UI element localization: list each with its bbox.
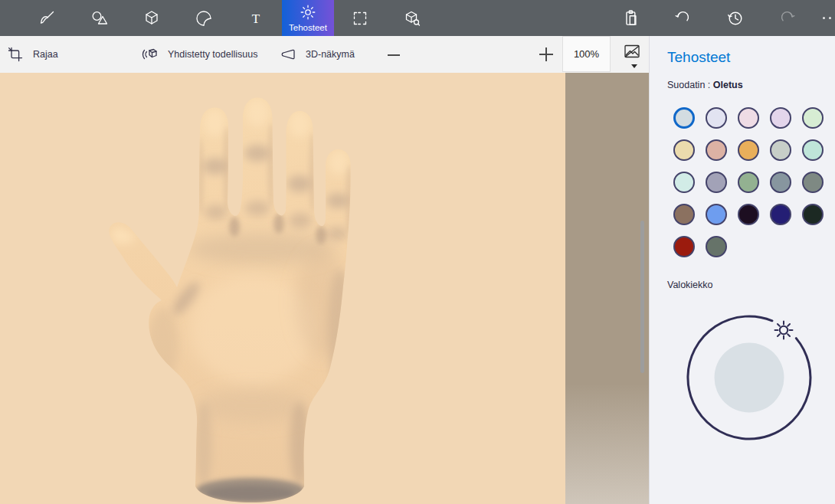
- filter-swatch-5[interactable]: [802, 107, 824, 129]
- sticker-icon: [195, 9, 213, 28]
- 2d-shapes-icon: [90, 9, 109, 28]
- zoom-in-button[interactable]: [538, 46, 555, 63]
- crop-icon: [7, 46, 24, 63]
- mixed-reality-label: Yhdistetty todellisuus: [168, 49, 257, 60]
- mixed-reality-icon: [140, 46, 159, 63]
- undo-button[interactable]: [673, 8, 693, 28]
- effects-panel: Tehosteet Suodatin : Oletus Valokiekko: [649, 36, 835, 504]
- canvas-3d[interactable]: [0, 73, 565, 504]
- image-fit-icon: [623, 42, 641, 61]
- more-menu-button[interactable]: [823, 17, 835, 20]
- tab-stickers[interactable]: [178, 0, 230, 36]
- tab-3d-shapes[interactable]: [126, 0, 178, 36]
- undo-icon: [673, 8, 693, 28]
- filter-swatch-14[interactable]: [770, 172, 791, 193]
- 3d-view-button[interactable]: 3D-näkymä: [280, 36, 355, 73]
- filter-swatch-8[interactable]: [738, 139, 759, 161]
- viewport-environment: [565, 73, 649, 504]
- 3d-view-label: 3D-näkymä: [306, 49, 355, 60]
- light-wheel-inner: [715, 343, 784, 413]
- history-button[interactable]: [725, 8, 745, 28]
- text-icon: T: [247, 9, 265, 28]
- filter-row: Suodatin : Oletus: [667, 80, 743, 90]
- paste-icon: [622, 8, 642, 28]
- tab-brushes[interactable]: [21, 0, 74, 36]
- tab-canvas[interactable]: [334, 0, 386, 36]
- filter-swatch-19[interactable]: [770, 204, 791, 225]
- tab-text[interactable]: T: [230, 0, 282, 36]
- vertical-scrollbar[interactable]: [640, 221, 644, 373]
- 3d-view-icon: [280, 47, 296, 62]
- 3d-cube-icon: [142, 9, 161, 28]
- fit-dropdown-caret[interactable]: [631, 64, 637, 68]
- filter-swatch-18[interactable]: [738, 204, 759, 225]
- top-toolbar: T Tehosteet: [0, 0, 835, 36]
- mixed-reality-button[interactable]: Yhdistetty todellisuus: [140, 36, 257, 73]
- filter-swatch-1[interactable]: [673, 107, 695, 129]
- filter-label: Suodatin :: [667, 80, 710, 90]
- filter-swatch-12[interactable]: [706, 172, 727, 193]
- filter-swatch-22[interactable]: [706, 236, 727, 257]
- filter-value: Oletus: [713, 80, 743, 90]
- paint3d-window: T Tehosteet: [0, 0, 835, 504]
- 3d-library-icon: [403, 9, 421, 28]
- fit-to-view-button[interactable]: [617, 36, 647, 73]
- filter-swatch-11[interactable]: [673, 172, 695, 193]
- filter-swatch-3[interactable]: [738, 107, 759, 129]
- crop-button[interactable]: Rajaa: [7, 36, 58, 73]
- light-wheel-label: Valokiekko: [667, 280, 713, 290]
- filter-swatch-13[interactable]: [738, 172, 759, 193]
- sun-handle-icon[interactable]: [775, 322, 793, 339]
- zoom-level-value: 100%: [574, 48, 599, 60]
- effects-tab-label: Tehosteet: [289, 23, 327, 32]
- filter-swatch-20[interactable]: [802, 204, 824, 225]
- filter-swatch-7[interactable]: [706, 139, 727, 161]
- brush-icon: [38, 9, 57, 28]
- filter-swatch-4[interactable]: [770, 107, 791, 129]
- filter-swatch-9[interactable]: [770, 139, 791, 161]
- workspace: [0, 73, 649, 504]
- filter-swatch-21[interactable]: [673, 236, 695, 257]
- history-icon: [725, 8, 745, 28]
- tab-2d-shapes[interactable]: [74, 0, 126, 36]
- tab-3d-library[interactable]: [386, 0, 438, 36]
- view-toolbar: Rajaa Yhdistetty todellisuus 3D-näkymä: [0, 36, 649, 73]
- crop-label: Rajaa: [33, 49, 58, 60]
- redo-button[interactable]: [778, 8, 797, 28]
- filter-swatch-6[interactable]: [673, 139, 695, 161]
- filter-swatch-grid: [673, 107, 827, 257]
- zoom-out-button[interactable]: [386, 50, 401, 59]
- tab-effects[interactable]: Tehosteet: [282, 0, 334, 36]
- panel-title: Tehosteet: [667, 49, 730, 66]
- filter-swatch-10[interactable]: [802, 139, 824, 161]
- filter-swatch-17[interactable]: [706, 204, 727, 225]
- canvas-icon: [351, 9, 369, 28]
- hand-3d-model[interactable]: [0, 73, 565, 504]
- redo-icon: [778, 8, 797, 28]
- filter-swatch-2[interactable]: [706, 107, 727, 129]
- sun-effects-icon: [299, 3, 317, 21]
- filter-swatch-15[interactable]: [802, 172, 824, 193]
- zoom-level-box[interactable]: 100%: [562, 36, 611, 72]
- filter-swatch-16[interactable]: [673, 204, 695, 225]
- tool-tabs: T Tehosteet: [21, 0, 438, 36]
- paste-button[interactable]: [622, 8, 642, 28]
- light-wheel[interactable]: [680, 309, 818, 447]
- svg-text:T: T: [252, 11, 260, 25]
